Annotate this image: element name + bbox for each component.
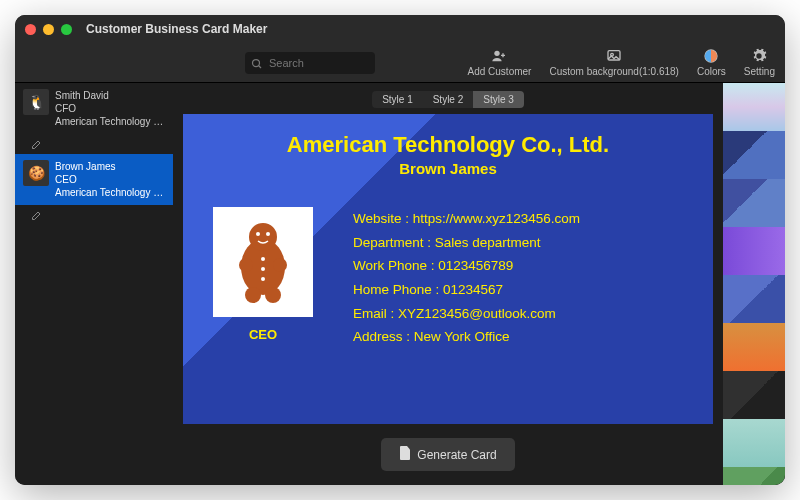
svg-point-12 [256,232,260,236]
card-home-phone: Home Phone : 01234567 [353,278,580,302]
add-customer-icon [491,48,507,64]
customer-name: Brown James [55,160,165,173]
svg-point-16 [261,277,265,281]
svg-point-13 [266,232,270,236]
background-thumbnail[interactable] [723,371,785,419]
background-thumbnail[interactable] [723,467,785,485]
background-thumbnail[interactable] [723,227,785,275]
card-work-phone: Work Phone : 0123456789 [353,254,580,278]
customer-title: CFO [55,102,165,115]
search-icon [251,56,263,74]
toolbar: Add Customer Custom background(1:0.618) … [15,43,785,83]
card-company: American Technology Co., Ltd. [203,132,693,158]
custom-background-button[interactable]: Custom background(1:0.618) [549,48,679,77]
customer-title: CEO [55,173,165,186]
customer-item[interactable]: 🍪Brown JamesCEOAmerican Technology Co., … [15,154,173,205]
customer-item[interactable]: 🐧Smith DavidCFOAmerican Technology Co., … [15,83,173,134]
customer-avatar: 🍪 [23,160,49,186]
card-role: CEO [203,327,323,342]
app-title: Customer Business Card Maker [86,22,267,36]
document-icon [399,446,411,463]
background-thumbnail[interactable] [723,419,785,467]
card-details: Website : https://www.xyz123456.com Depa… [353,207,580,349]
card-department: Department : Sales department [353,231,580,255]
card-website: Website : https://www.xyz123456.com [353,207,580,231]
business-card-preview: American Technology Co., Ltd. Brown Jame… [183,114,713,424]
svg-point-2 [495,51,500,56]
titlebar: Customer Business Card Maker [15,15,785,43]
style-tab[interactable]: Style 1 [372,91,423,108]
svg-point-9 [273,258,287,272]
generate-card-button[interactable]: Generate Card [381,438,514,471]
background-thumbnail[interactable] [723,179,785,227]
background-thumbnail[interactable] [723,323,785,371]
background-thumbnail[interactable] [723,83,785,131]
customer-company: American Technology Co., Ltd. [55,186,165,199]
search-box [245,52,375,74]
card-person-name: Brown James [203,160,693,177]
svg-point-11 [265,287,281,303]
main-panel: Style 1Style 2Style 3 American Technolog… [173,83,723,485]
background-thumbnail[interactable] [723,131,785,179]
svg-point-10 [245,287,261,303]
svg-point-15 [261,267,265,271]
background-thumbnail[interactable] [723,275,785,323]
setting-button[interactable]: Setting [744,48,775,77]
edit-icon[interactable] [31,136,45,150]
svg-point-7 [249,223,277,251]
colors-button[interactable]: Colors [697,48,726,77]
style-tabs: Style 1Style 2Style 3 [372,91,524,108]
maximize-button[interactable] [61,24,72,35]
card-email: Email : XYZ123456@outlook.com [353,302,580,326]
svg-line-1 [259,65,262,68]
search-input[interactable] [245,52,375,74]
customer-avatar: 🐧 [23,89,49,115]
svg-point-14 [261,257,265,261]
style-tab[interactable]: Style 3 [473,91,524,108]
svg-point-8 [239,258,253,272]
image-icon [606,48,622,64]
customer-company: American Technology Co., Ltd. [55,115,165,128]
card-address: Address : New York Office [353,325,580,349]
svg-point-0 [253,59,260,66]
content-area: 🐧Smith DavidCFOAmerican Technology Co., … [15,83,785,485]
customer-name: Smith David [55,89,165,102]
window-controls [25,24,72,35]
close-button[interactable] [25,24,36,35]
app-window: Customer Business Card Maker Add Custome… [15,15,785,485]
edit-icon[interactable] [31,207,45,221]
card-photo [213,207,313,317]
customer-list: 🐧Smith DavidCFOAmerican Technology Co., … [15,83,173,485]
add-customer-button[interactable]: Add Customer [468,48,532,77]
gear-icon [751,48,767,64]
style-tab[interactable]: Style 2 [423,91,474,108]
background-thumbnails [723,83,785,485]
minimize-button[interactable] [43,24,54,35]
colors-icon [703,48,719,64]
